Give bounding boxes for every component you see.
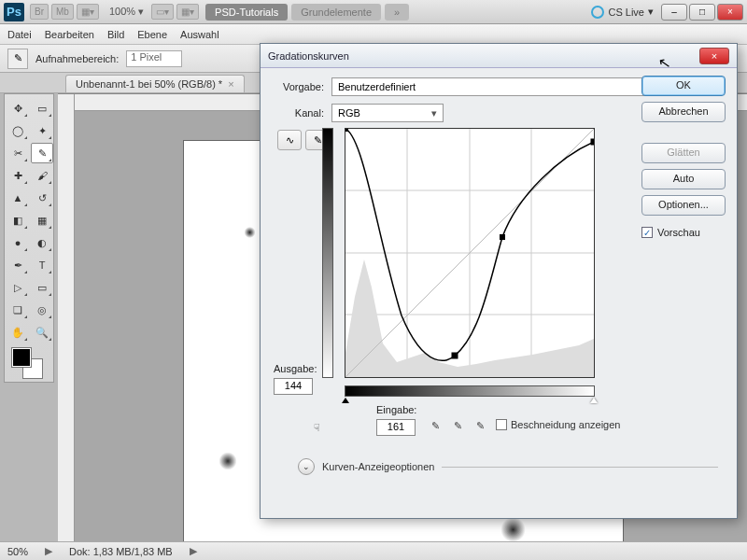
dialog-titlebar[interactable]: Gradationskurven ×	[261, 44, 737, 68]
eyedropper-tool[interactable]: ✎	[31, 143, 53, 163]
minibridge-chip[interactable]: Mb	[51, 4, 74, 20]
svg-rect-8	[345, 129, 348, 132]
screenmode-icon[interactable]: ▭▾	[151, 4, 174, 20]
kanal-label: Kanal:	[272, 107, 324, 119]
smooth-button[interactable]: Glätten	[641, 143, 726, 163]
maximize-button[interactable]: □	[689, 4, 715, 21]
shape-tool[interactable]: ▭	[31, 277, 53, 298]
preview-label: Vorschau	[657, 227, 700, 238]
wand-tool[interactable]: ✦	[31, 120, 53, 141]
black-point-slider[interactable]	[342, 398, 349, 403]
curves-dialog: Gradationskurven × Vorgabe: Benutzerdefi…	[260, 43, 738, 519]
foreground-swatch[interactable]	[12, 348, 31, 367]
color-swatches[interactable]	[7, 344, 53, 378]
ps-logo-icon: Ps	[4, 3, 24, 21]
output-label: Ausgabe:	[274, 363, 317, 374]
dialog-title: Gradationskurven	[268, 50, 349, 62]
chevron-down-icon: ▾	[431, 107, 437, 119]
crop-tool[interactable]: ✂	[7, 143, 29, 163]
status-arrow-icon-2[interactable]: ▶	[190, 545, 197, 557]
show-clipping-label: Beschneidung anzeigen	[511, 419, 620, 430]
input-label: Eingabe:	[376, 404, 416, 415]
status-doc-size[interactable]: Dok: 1,83 MB/1,83 MB	[69, 546, 173, 557]
extras-icon[interactable]: ▦▾	[176, 4, 199, 20]
workspace-more[interactable]: »	[385, 4, 409, 21]
menu-datei[interactable]: Datei	[7, 29, 32, 40]
hand-tool[interactable]: ✋	[7, 322, 29, 343]
menu-bild[interactable]: Bild	[107, 29, 124, 40]
menu-bearbeiten[interactable]: Bearbeiten	[45, 29, 94, 40]
menubar: Datei Bearbeiten Bild Ebene Auswahl	[0, 24, 747, 45]
svg-rect-11	[591, 139, 594, 145]
checkbox-checked-icon: ✓	[641, 227, 653, 238]
zoom-level[interactable]: 100% ▾	[109, 6, 144, 18]
white-point-slider[interactable]	[590, 398, 598, 403]
input-gradient[interactable]	[345, 385, 595, 397]
zoom-tool[interactable]: 🔍	[31, 322, 53, 343]
pen-tool[interactable]: ✒	[7, 255, 29, 275]
preview-checkbox[interactable]: ✓ Vorschau	[641, 227, 726, 238]
options-button[interactable]: Optionen...	[641, 195, 726, 216]
workspace-tab-psd[interactable]: PSD-Tutorials	[205, 4, 288, 21]
status-zoom[interactable]: 50%	[7, 546, 28, 557]
workspace-tab-grund[interactable]: Grundelemente	[291, 4, 381, 21]
svg-rect-9	[452, 353, 458, 358]
auto-button[interactable]: Auto	[641, 169, 726, 189]
expand-options-button[interactable]: ⌄	[298, 458, 315, 475]
blur-tool[interactable]: ●	[7, 232, 29, 253]
output-gradient	[322, 128, 333, 378]
ok-button[interactable]: OK	[641, 76, 726, 96]
eraser-tool[interactable]: ◧	[7, 210, 29, 231]
sample-size-field[interactable]: 1 Pixel	[126, 50, 182, 67]
3d-tool[interactable]: ❏	[7, 300, 29, 320]
heal-tool[interactable]: ✚	[7, 165, 29, 186]
dialog-close-button[interactable]: ×	[699, 48, 729, 64]
move-tool[interactable]: ✥	[7, 98, 29, 119]
kanal-dropdown[interactable]: RGB▾	[331, 104, 444, 122]
lasso-tool[interactable]: ◯	[7, 120, 29, 141]
checkbox-icon	[496, 419, 507, 430]
ruler-vertical[interactable]	[58, 94, 75, 541]
document-tab[interactable]: Unbenannt-1 bei 50% (RGB/8) * ×	[65, 75, 245, 92]
menu-auswahl[interactable]: Auswahl	[180, 29, 219, 40]
curve-editor[interactable]	[333, 128, 595, 378]
stamp-tool[interactable]: ▲	[7, 188, 29, 208]
input-field[interactable]: 161	[376, 419, 416, 436]
cancel-button[interactable]: Abbrechen	[641, 102, 726, 122]
dodge-tool[interactable]: ◐	[31, 232, 53, 253]
brush-tool[interactable]: 🖌	[31, 165, 53, 186]
preset-label: Vorgabe:	[272, 81, 324, 92]
eyedropper-icon[interactable]: ✎	[7, 49, 28, 69]
curve-mode-button[interactable]: ∿	[277, 130, 302, 150]
gradient-tool[interactable]: ▦	[31, 210, 53, 231]
show-clipping-checkbox[interactable]: Beschneidung anzeigen	[496, 419, 620, 430]
display-options-label: Kurven-Anzeigeoptionen	[322, 461, 434, 472]
path-select-tool[interactable]: ▷	[7, 277, 29, 298]
app-titlebar: Ps Br Mb ▦▾ 100% ▾ ▭▾ ▦▾ PSD-Tutorials G…	[0, 0, 747, 24]
gray-eyedropper-icon[interactable]: ✎	[449, 417, 466, 434]
document-tab-close-icon[interactable]: ×	[228, 78, 233, 90]
type-tool[interactable]: T	[31, 255, 53, 275]
close-button[interactable]: ×	[717, 4, 743, 21]
toolbox: ✥ ▭ ◯ ✦ ✂ ✎ ✚ 🖌 ▲ ↺ ◧ ▦ ● ◐ ✒ T ▷ ▭ ❏ ◎ …	[4, 93, 54, 383]
menu-ebene[interactable]: Ebene	[137, 29, 167, 40]
cslive-menu[interactable]: CS Live ▾	[591, 6, 654, 19]
status-arrow-icon[interactable]: ▶	[45, 545, 52, 557]
document-tab-title: Unbenannt-1 bei 50% (RGB/8) *	[76, 78, 222, 90]
target-adjust-icon[interactable]: ☟	[307, 419, 326, 436]
output-field[interactable]: 144	[274, 378, 313, 395]
marquee-tool[interactable]: ▭	[31, 98, 53, 119]
black-eyedropper-icon[interactable]: ✎	[427, 417, 444, 434]
3d-camera-tool[interactable]: ◎	[31, 300, 53, 320]
preset-value: Benutzerdefiniert	[338, 81, 416, 92]
bridge-chip[interactable]: Br	[30, 4, 49, 20]
minimize-button[interactable]: –	[661, 4, 687, 21]
cslive-icon	[591, 6, 604, 19]
white-eyedropper-icon[interactable]: ✎	[472, 417, 488, 434]
svg-rect-10	[500, 234, 505, 240]
arrange-icon[interactable]: ▦▾	[77, 4, 99, 20]
sample-size-label: Aufnahmebereich:	[35, 53, 119, 64]
separator	[442, 467, 718, 468]
history-brush-tool[interactable]: ↺	[31, 188, 53, 208]
status-bar: 50% ▶ Dok: 1,83 MB/1,83 MB ▶	[0, 541, 747, 560]
